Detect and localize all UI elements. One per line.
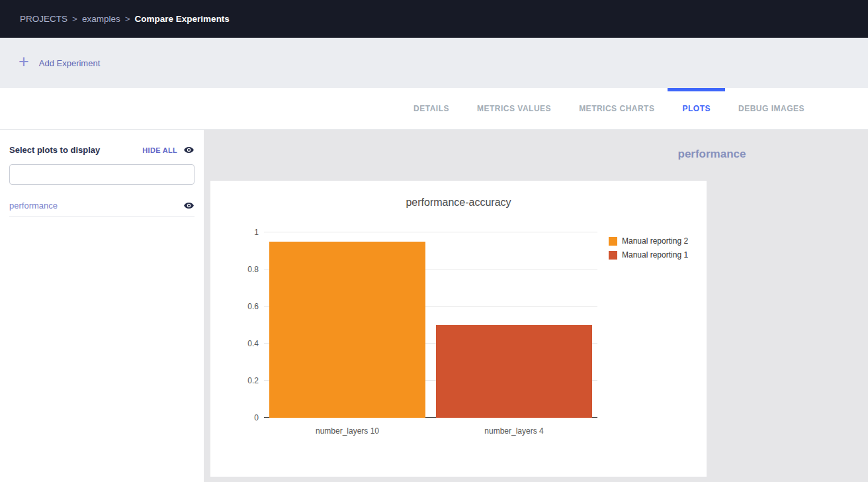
y-tick-label: 1 bbox=[234, 228, 259, 237]
legend-item[interactable]: Manual reporting 2 bbox=[609, 236, 688, 246]
tab-metrics-values[interactable]: METRICS VALUES bbox=[477, 88, 551, 129]
legend-label: Manual reporting 2 bbox=[622, 236, 688, 246]
legend-label: Manual reporting 1 bbox=[622, 250, 688, 260]
x-tick-label: number_layers 10 bbox=[264, 426, 431, 436]
chart-title: performance-accuracy bbox=[210, 197, 707, 209]
legend-swatch bbox=[609, 251, 617, 260]
bar-slot bbox=[264, 232, 431, 418]
visibility-eye-icon[interactable] bbox=[183, 200, 195, 211]
breadcrumb-projects[interactable]: PROJECTS bbox=[20, 14, 67, 24]
sidebar-header: Select plots to display HIDE ALL bbox=[0, 144, 204, 156]
plots-panel: performance performance-accuracy 00.20.4… bbox=[204, 130, 868, 482]
plot-item-label: performance bbox=[9, 201, 58, 211]
bar-number_layers-10[interactable] bbox=[269, 242, 426, 418]
plot-list: performance bbox=[0, 195, 204, 217]
add-experiment-label: Add Experiment bbox=[39, 58, 101, 68]
chart-legend: Manual reporting 2Manual reporting 1 bbox=[609, 236, 688, 264]
legend-item[interactable]: Manual reporting 1 bbox=[609, 250, 688, 260]
y-tick-label: 0.4 bbox=[234, 339, 259, 348]
tab-plots[interactable]: PLOTS bbox=[682, 88, 711, 129]
bar-chart: 00.20.40.60.81number_layers 10number_lay… bbox=[264, 232, 597, 418]
tab-debug-images[interactable]: DEBUG IMAGES bbox=[738, 88, 804, 129]
breadcrumb-project-examples[interactable]: examples bbox=[82, 14, 120, 24]
bar-number_layers-4[interactable] bbox=[436, 325, 593, 418]
tabs: DETAILSMETRICS VALUESMETRICS CHARTSPLOTS… bbox=[413, 88, 804, 129]
breadcrumb-separator: > bbox=[72, 14, 77, 24]
y-tick-label: 0 bbox=[234, 413, 259, 422]
y-tick-label: 0.8 bbox=[234, 265, 259, 274]
plot-group-header: performance bbox=[204, 130, 868, 161]
tab-details[interactable]: DETAILS bbox=[413, 88, 449, 129]
plot-group-title: performance bbox=[678, 148, 746, 160]
compare-tabs-bar: DETAILSMETRICS VALUESMETRICS CHARTSPLOTS… bbox=[0, 88, 868, 130]
tab-metrics-charts[interactable]: METRICS CHARTS bbox=[579, 88, 654, 129]
hide-all-button[interactable]: HIDE ALL bbox=[142, 144, 195, 156]
breadcrumb-current-page: Compare Experiments bbox=[135, 14, 230, 24]
plot-search-input[interactable] bbox=[9, 164, 195, 185]
hide-all-label: HIDE ALL bbox=[142, 146, 177, 154]
y-tick-label: 0.2 bbox=[234, 376, 259, 385]
plot-list-item-performance[interactable]: performance bbox=[9, 195, 195, 217]
sidebar-title: Select plots to display bbox=[9, 145, 100, 155]
app-root: PROJECTS > examples > Compare Experiment… bbox=[0, 0, 868, 482]
breadcrumb-separator: > bbox=[125, 14, 130, 24]
plot-card: performance-accuracy 00.20.40.60.81numbe… bbox=[210, 181, 707, 477]
bar-slot bbox=[431, 232, 597, 418]
add-experiment-button[interactable]: + Add Experiment bbox=[19, 55, 100, 71]
breadcrumb: PROJECTS > examples > Compare Experiment… bbox=[0, 0, 868, 38]
plus-icon: + bbox=[19, 53, 29, 71]
active-tab-indicator bbox=[668, 88, 725, 91]
eye-icon[interactable] bbox=[183, 144, 195, 156]
content: Select plots to display HIDE ALL perform… bbox=[0, 130, 868, 482]
y-tick-label: 0.6 bbox=[234, 302, 259, 311]
add-experiment-bar: + Add Experiment bbox=[0, 38, 868, 88]
legend-swatch bbox=[609, 237, 617, 246]
x-tick-label: number_layers 4 bbox=[431, 426, 597, 436]
plot-selector-sidebar: Select plots to display HIDE ALL perform… bbox=[0, 130, 204, 482]
